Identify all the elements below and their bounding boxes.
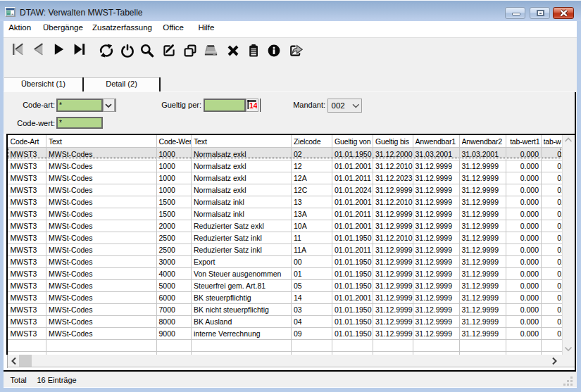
svg-text:14: 14 <box>249 101 257 110</box>
